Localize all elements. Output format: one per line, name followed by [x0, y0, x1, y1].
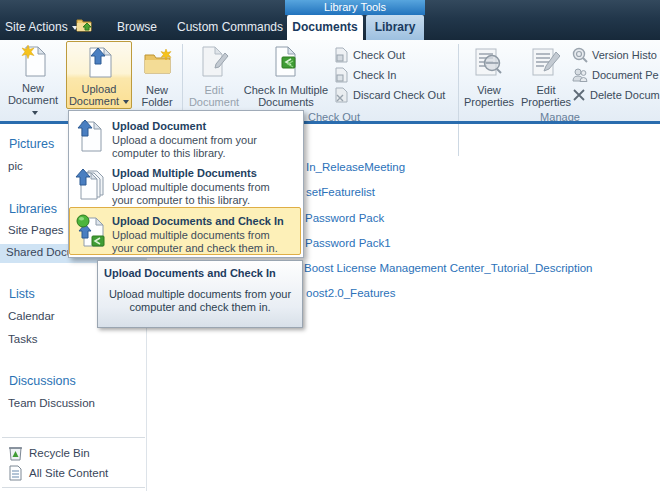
menu-item-upload-documents-and-check-in[interactable]: Upload Documents and Check In Upload mul…: [69, 207, 301, 255]
new-document-button[interactable]: New Document: [3, 43, 63, 109]
version-history-icon: [572, 47, 588, 63]
sidebar-item-pic[interactable]: pic: [8, 160, 23, 172]
version-history-label: Version Histo: [592, 49, 657, 61]
edit-document-button[interactable]: Edit Document: [186, 43, 242, 109]
document-link[interactable]: Boost License Management Center_Tutorial…: [304, 262, 593, 274]
site-actions-button[interactable]: Site Actions: [5, 16, 78, 38]
discard-check-out-label: Discard Check Out: [353, 89, 445, 101]
sharepoint-window: Site Actions Browse Custom Commands Libr…: [0, 0, 660, 491]
new-folder-label: New Folder: [134, 84, 180, 108]
edit-properties-button[interactable]: Edit Properties: [518, 43, 574, 109]
sidebar-bottom-border: [2, 487, 145, 488]
document-link[interactable]: oost2.0_Features: [306, 287, 396, 299]
tab-documents[interactable]: Documents: [287, 15, 363, 40]
check-out-icon: [334, 47, 349, 63]
view-properties-icon: [475, 48, 503, 76]
document-link[interactable]: Password Pack: [305, 212, 384, 224]
check-out-button[interactable]: Check Out: [334, 46, 405, 63]
upload-document-button[interactable]: Upload Document: [66, 41, 132, 109]
sidebar-heading-discussions[interactable]: Discussions: [9, 374, 76, 388]
menu-item-description: Upload multiple documents from your comp…: [112, 181, 290, 207]
check-in-label: Check In: [353, 69, 396, 81]
sidebar-divider: [2, 437, 145, 438]
check-in-icon: [334, 67, 349, 83]
edit-document-icon: [201, 45, 229, 77]
sidebar-item-all-site-content[interactable]: All Site Content: [8, 465, 108, 481]
sidebar-item-calendar[interactable]: Calendar: [8, 310, 55, 322]
check-out-label: Check Out: [353, 49, 405, 61]
upload-document-dropdown-menu: Upload Document Upload a document from y…: [68, 110, 304, 258]
document-link[interactable]: setFeaturelist: [306, 186, 375, 198]
top-bar: Site Actions Browse Custom Commands Libr…: [0, 0, 660, 40]
sidebar-heading-lists[interactable]: Lists: [9, 287, 35, 301]
view-properties-label: View Properties: [461, 84, 517, 108]
sidebar-heading-libraries[interactable]: Libraries: [9, 202, 57, 216]
sidebar-item-tasks[interactable]: Tasks: [8, 333, 37, 345]
tab-custom-commands[interactable]: Custom Commands: [177, 16, 283, 38]
check-in-button[interactable]: Check In: [334, 66, 396, 83]
tooltip-title: Upload Documents and Check In: [104, 267, 296, 279]
upload-document-icon: [87, 46, 113, 78]
discard-check-out-icon: [334, 87, 349, 103]
document-permissions-icon: [572, 67, 588, 83]
document-permissions-label: Document Pe: [592, 69, 659, 81]
site-actions-label: Site Actions: [5, 20, 68, 34]
document-link[interactable]: Password Pack1: [305, 237, 391, 249]
document-link[interactable]: In_ReleaseMeeting: [306, 161, 405, 173]
sidebar-item-site-pages[interactable]: Site Pages: [8, 224, 64, 236]
check-in-multiple-documents-label: Check In Multiple Documents: [243, 84, 329, 108]
version-history-button[interactable]: Version Histo: [572, 46, 660, 63]
menu-item-description: Upload a document from your computer to …: [112, 134, 290, 160]
check-in-multiple-documents-icon: [273, 45, 301, 77]
dropdown-caret-icon: [123, 100, 129, 104]
menu-item-title: Upload Document: [112, 120, 206, 132]
library-tools-group-header: Library Tools: [285, 0, 425, 15]
navigate-up-folder-icon[interactable]: [76, 17, 94, 33]
sidebar-item-team-discussion[interactable]: Team Discussion: [8, 397, 95, 409]
menu-item-upload-multiple-documents[interactable]: Upload Multiple Documents Upload multipl…: [70, 160, 300, 206]
recycle-bin-label: Recycle Bin: [29, 447, 90, 459]
new-document-icon: [21, 45, 47, 77]
sidebar-item-recycle-bin[interactable]: Recycle Bin: [8, 445, 90, 461]
recycle-bin-icon: [8, 445, 23, 461]
new-folder-button[interactable]: New Folder: [134, 43, 180, 109]
all-site-content-label: All Site Content: [29, 467, 108, 479]
tab-library[interactable]: Library: [366, 15, 424, 40]
menu-item-upload-document[interactable]: Upload Document Upload a document from y…: [70, 113, 300, 159]
menu-item-description: Upload multiple documents from your comp…: [112, 229, 290, 255]
upload-document-label: Upload Document: [67, 83, 131, 107]
delete-icon: [572, 88, 586, 102]
menu-item-title: Upload Multiple Documents: [112, 167, 257, 179]
tooltip-body: Upload multiple documents from your comp…: [104, 288, 296, 314]
all-site-content-icon: [8, 465, 23, 481]
new-document-label: New Document: [3, 82, 63, 118]
menu-item-title: Upload Documents and Check In: [112, 215, 284, 227]
dropdown-caret-icon: [32, 111, 38, 115]
upload-multiple-documents-icon: [75, 167, 105, 201]
edit-properties-icon: [532, 48, 560, 76]
sidebar-heading-pictures[interactable]: Pictures: [9, 137, 54, 151]
upload-documents-check-in-icon: [76, 214, 106, 248]
edit-document-label: Edit Document: [186, 84, 242, 108]
tab-browse[interactable]: Browse: [117, 16, 157, 38]
document-permissions-button[interactable]: Document Pe: [572, 66, 660, 83]
check-in-multiple-documents-button[interactable]: Check In Multiple Documents: [243, 43, 329, 109]
discard-check-out-button[interactable]: Discard Check Out: [334, 86, 445, 103]
delete-document-label: Delete Docum: [590, 89, 660, 101]
delete-document-button[interactable]: Delete Docum: [572, 86, 660, 103]
view-properties-button[interactable]: View Properties: [461, 43, 517, 109]
edit-properties-label: Edit Properties: [518, 84, 574, 108]
group-separator: [458, 44, 459, 156]
new-folder-icon: [143, 49, 173, 75]
tooltip-upload-documents-and-check-in: Upload Documents and Check In Upload mul…: [97, 260, 303, 328]
upload-document-icon: [77, 120, 103, 152]
